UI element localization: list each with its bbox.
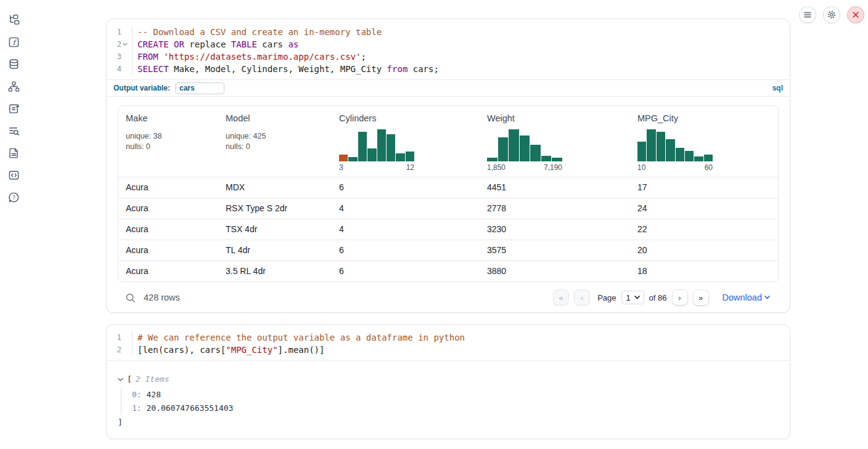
fold-chevron-icon[interactable] xyxy=(123,42,128,46)
download-button[interactable]: Download xyxy=(723,293,771,302)
next-page-button[interactable]: › xyxy=(672,289,688,305)
row-count: 428 rows xyxy=(144,293,180,302)
gear-icon xyxy=(827,10,837,20)
tree-value: 20.060747663551403 xyxy=(146,403,233,413)
tree-key: 0: xyxy=(132,390,142,399)
hist-min: 1,850 xyxy=(487,163,506,172)
snippets-icon[interactable] xyxy=(7,169,20,181)
line-number: 3 xyxy=(117,51,121,63)
dependency-graph-icon[interactable] xyxy=(7,80,20,92)
table-footer: 428 rows « ‹ Page 1 of 86 › » Download xyxy=(118,282,779,305)
cylinders-histogram xyxy=(339,129,414,161)
code-line: 2 CREATE OR replace TABLE cars as xyxy=(107,38,790,51)
histogram-bar xyxy=(396,153,404,161)
tree-key: 1: xyxy=(132,403,142,413)
close-bracket: ] xyxy=(118,416,780,429)
page-label: Page xyxy=(597,293,616,302)
items-count-label: 2 Items xyxy=(136,373,170,386)
search-button[interactable] xyxy=(123,290,137,305)
tree-value: 428 xyxy=(146,390,160,399)
table-row[interactable]: Acura MDX 6 4451 17 xyxy=(118,177,778,198)
code-text: CREATE OR replace TABLE cars as xyxy=(132,38,298,51)
code-text: SELECT Make, Model, Cylinders, Weight, M… xyxy=(132,63,439,75)
histogram-bar xyxy=(487,158,497,161)
stat-unique: unique: 425 xyxy=(226,131,324,142)
histogram-bar xyxy=(637,142,646,161)
hist-max: 7,190 xyxy=(544,163,562,172)
table-row[interactable]: Acura 3.5 RL 4dr 6 3880 18 xyxy=(118,261,778,281)
python-cell: 1 # We can reference the output variable… xyxy=(106,324,790,439)
chevron-down-icon xyxy=(634,296,640,299)
tree-entry: 0: 428 xyxy=(132,388,780,402)
settings-button[interactable] xyxy=(823,6,840,23)
chevron-down-icon xyxy=(764,296,770,299)
last-page-button[interactable]: » xyxy=(693,289,709,305)
line-number: 1 xyxy=(117,26,121,38)
code-line: 1 -- Download a CSV and create an in-mem… xyxy=(107,26,790,38)
shutdown-button[interactable] xyxy=(847,6,864,23)
output-variable-input[interactable] xyxy=(175,83,224,94)
menu-button[interactable] xyxy=(799,6,816,23)
table-row[interactable]: Acura TL 4dr 6 3575 20 xyxy=(118,240,778,261)
help-icon[interactable]: ? xyxy=(7,191,20,203)
sql-cell: 1 -- Download a CSV and create an in-mem… xyxy=(106,18,790,313)
notebook: 1 -- Download a CSV and create an in-mem… xyxy=(106,18,790,439)
prev-page-button[interactable]: ‹ xyxy=(574,289,590,305)
stat-nulls: nulls: 0 xyxy=(126,142,211,152)
line-number: 4 xyxy=(117,63,121,75)
tree-collapse-icon[interactable] xyxy=(118,378,123,382)
histogram-bar xyxy=(377,129,386,161)
table-row[interactable]: Acura TSX 4dr 4 3230 22 xyxy=(118,219,778,240)
python-code-editor[interactable]: 1 # We can reference the output variable… xyxy=(107,325,790,360)
hist-min: 10 xyxy=(637,163,645,172)
histogram-bar xyxy=(339,155,348,161)
table-header: Make unique: 38 nulls: 0 Model unique: 4… xyxy=(118,106,778,177)
column-header-mpg-city[interactable]: MPG_City 10 60 xyxy=(630,106,778,177)
functions-icon[interactable]: f xyxy=(7,36,20,48)
page-total: of 86 xyxy=(649,293,667,302)
line-number: 1 xyxy=(117,331,121,344)
column-header-weight[interactable]: Weight 1,850 7,190 xyxy=(480,106,630,177)
file-tree-icon[interactable] xyxy=(7,14,20,26)
hist-max: 60 xyxy=(705,163,713,172)
column-header-cylinders[interactable]: Cylinders 3 12 xyxy=(332,106,480,177)
mpg-city-histogram xyxy=(637,129,713,161)
documentation-icon[interactable] xyxy=(7,147,20,159)
code-text: [len(cars), cars["MPG_City"].mean()] xyxy=(132,344,324,356)
datasources-icon[interactable] xyxy=(7,58,20,70)
line-number: 2 xyxy=(117,344,121,356)
stat-unique: unique: 38 xyxy=(126,131,211,142)
histogram-bar xyxy=(704,155,713,161)
first-page-button[interactable]: « xyxy=(553,289,569,305)
scratchpad-icon[interactable] xyxy=(7,102,20,115)
histogram-bar xyxy=(676,148,684,161)
hist-min: 3 xyxy=(339,163,343,172)
column-header-model[interactable]: Model unique: 425 nulls: 0 xyxy=(218,106,332,177)
code-text: # We can reference the output variable a… xyxy=(132,331,465,344)
code-text: -- Download a CSV and create an in-memor… xyxy=(132,26,382,38)
code-line: 2 [len(cars), cars["MPG_City"].mean()] xyxy=(107,344,790,356)
line-number: 2 xyxy=(117,38,121,51)
table-row[interactable]: Acura RSX Type S 2dr 4 2778 24 xyxy=(118,198,778,219)
histogram-bar xyxy=(552,158,562,161)
window-controls xyxy=(799,6,864,23)
histogram-bar xyxy=(694,156,703,161)
histogram-bar xyxy=(657,132,665,161)
svg-text:?: ? xyxy=(12,194,15,200)
histogram-bar xyxy=(666,139,674,161)
sql-output-area: Make unique: 38 nulls: 0 Model unique: 4… xyxy=(107,97,790,312)
open-bracket: [ xyxy=(127,373,132,386)
histogram-bar xyxy=(358,132,367,161)
histogram-bar xyxy=(541,156,552,161)
logs-icon[interactable] xyxy=(7,124,20,137)
histogram-bar xyxy=(348,157,357,161)
histogram-bar xyxy=(367,148,376,161)
histogram-bar xyxy=(509,129,519,161)
sql-code-editor[interactable]: 1 -- Download a CSV and create an in-mem… xyxy=(107,19,790,79)
histogram-bar xyxy=(406,152,414,161)
python-output-tree: [ 2 Items 0: 428 1: 20.060747663551403 ] xyxy=(107,361,790,439)
column-header-make[interactable]: Make unique: 38 nulls: 0 xyxy=(118,106,218,177)
page-select[interactable]: 1 xyxy=(621,291,644,304)
left-panel-toolbar: f ? xyxy=(5,9,22,203)
code-text: FROM 'https://datasets.marimo.app/cars.c… xyxy=(132,51,366,63)
